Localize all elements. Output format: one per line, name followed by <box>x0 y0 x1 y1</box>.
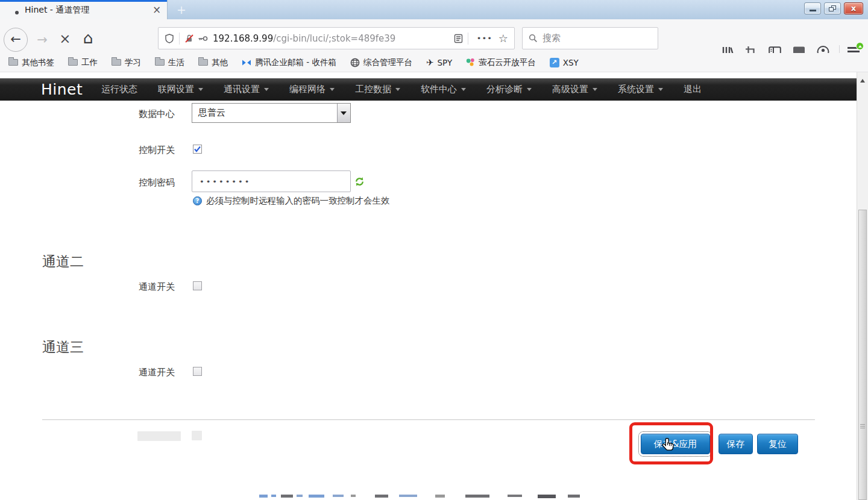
nav-advanced-settings[interactable]: 高级设置 <box>552 84 597 95</box>
channel2-switch-checkbox[interactable] <box>193 281 202 290</box>
bookmark-life[interactable]: 生活 <box>155 57 184 68</box>
stop-button[interactable]: × <box>57 30 74 48</box>
nav-logout[interactable]: 退出 <box>684 84 702 95</box>
folder-icon <box>8 59 18 66</box>
scroll-up-icon[interactable] <box>860 77 865 83</box>
close-button[interactable]: x <box>844 2 863 14</box>
ghost-artifact <box>137 431 181 441</box>
scrollbar-thumb[interactable] <box>858 210 867 500</box>
url-bar[interactable]: 192.168.9.99/cgi-bin/luci/;stok=489fe39 … <box>158 27 515 49</box>
new-tab-button[interactable]: + <box>174 2 189 17</box>
nav-system-settings[interactable]: 系统设置 <box>618 84 663 95</box>
password-hint-text: 必须与控制时远程输入的密码一致控制才会生效 <box>206 195 390 207</box>
data-center-select[interactable]: 思普云 <box>192 103 351 123</box>
data-center-label: 数据中心 <box>139 108 175 120</box>
channel2-switch-label: 通道开关 <box>139 281 175 293</box>
window-titlebar: Hinet - 通道管理 × + x <box>0 0 868 19</box>
hand-cursor-icon <box>661 437 675 453</box>
bookmark-spy[interactable]: ✈ SPY <box>426 57 452 68</box>
control-password-label: 控制密码 <box>139 177 175 189</box>
bookmark-tencent-mail[interactable]: 腾讯企业邮箱 - 收件箱 <box>242 57 336 68</box>
url-host: 192.168.9.99 <box>213 33 273 44</box>
bookmark-study[interactable]: 学习 <box>112 57 141 68</box>
bookmarks-bar: 其他书签 工作 学习 生活 其他 腾讯企业邮箱 - 收件箱 综合管理平台 ✈ S… <box>0 53 868 72</box>
tencent-mail-icon <box>242 58 251 67</box>
active-tab-stripe <box>0 0 167 2</box>
form-divider <box>42 419 815 420</box>
urlbar-divider <box>179 33 180 45</box>
folder-icon <box>112 59 121 66</box>
close-icon: x <box>844 3 863 14</box>
bookmark-other[interactable]: 其他 <box>198 57 228 68</box>
search-input[interactable]: 搜索 <box>522 27 658 49</box>
page-scrollbar[interactable] <box>857 72 868 500</box>
nav-prog-network[interactable]: 编程网络 <box>289 84 335 95</box>
plane-icon: ✈ <box>426 57 434 68</box>
insecure-lock-icon[interactable] <box>184 34 194 43</box>
site-navbar: Hinet 运行状态 联网设置 通讯设置 编程网络 工控数据 软件中心 分析诊断… <box>0 78 857 101</box>
bookmark-ezviz[interactable]: 萤石云开放平台 <box>466 57 536 68</box>
minimize-icon <box>810 10 816 11</box>
chevron-down-icon <box>395 88 400 93</box>
chevron-down-icon <box>198 88 203 93</box>
channel3-switch-label: 通道开关 <box>139 367 175 378</box>
masked-password: •••••••• <box>200 177 251 186</box>
nav-analysis-diagnosis[interactable]: 分析诊断 <box>486 84 532 95</box>
scrollbar-grip-icon <box>860 424 865 430</box>
help-icon: ? <box>193 196 202 205</box>
url-path: /cgi-bin/luci/;stok=489fe39 <box>273 33 395 44</box>
nav-network-settings[interactable]: 联网设置 <box>158 84 203 95</box>
restore-button[interactable] <box>824 2 841 14</box>
channel3-switch-checkbox[interactable] <box>193 367 202 376</box>
section-title-channel-3: 通道三 <box>42 338 84 357</box>
page-actions-icon[interactable]: ••• <box>477 34 492 43</box>
browser-tab[interactable]: Hinet - 通道管理 × <box>0 0 168 19</box>
browser-toolbar: ← → × ⌂ 192.168.9.99/cgi-bin/luci/;stok=… <box>0 19 868 53</box>
chevron-down-icon <box>593 88 597 93</box>
save-button[interactable]: 保存 <box>719 434 753 454</box>
bookmark-xsy[interactable]: ↗ XSY <box>550 58 579 67</box>
nav-comm-settings[interactable]: 通讯设置 <box>224 84 269 95</box>
update-badge-icon <box>856 42 864 50</box>
home-button[interactable]: ⌂ <box>79 28 97 48</box>
select-dropdown-icon[interactable] <box>337 104 350 122</box>
bookmark-star-icon[interactable]: ☆ <box>498 32 508 45</box>
minimize-button[interactable] <box>804 2 821 14</box>
chevron-down-icon <box>658 88 663 93</box>
nav-industrial-data[interactable]: 工控数据 <box>355 84 400 95</box>
bookmark-work[interactable]: 工作 <box>68 57 98 68</box>
globe-icon <box>350 58 360 67</box>
urlbar-divider <box>468 33 468 45</box>
control-switch-label: 控制开关 <box>139 145 175 156</box>
key-icon[interactable] <box>198 34 208 43</box>
control-switch-checkbox[interactable] <box>193 145 202 154</box>
tracking-protection-shield-icon[interactable] <box>165 34 174 43</box>
ezviz-icon <box>466 58 475 67</box>
bookmark-other-bookmarks[interactable]: 其他书签 <box>8 57 54 68</box>
chevron-down-icon <box>330 88 335 93</box>
tab-title: Hinet - 通道管理 <box>25 5 89 16</box>
folder-icon <box>155 59 165 66</box>
password-hint-row: ? 必须与控制时远程输入的密码一致控制才会生效 <box>193 195 390 207</box>
ghost-artifact <box>192 431 202 440</box>
arrow-tile-icon: ↗ <box>550 58 559 67</box>
bookmark-mgmt-platform[interactable]: 综合管理平台 <box>350 57 412 68</box>
control-password-field[interactable]: •••••••• <box>192 170 351 192</box>
folder-icon <box>68 59 78 66</box>
refresh-icon[interactable] <box>354 177 365 187</box>
chevron-down-icon <box>461 88 466 93</box>
data-center-value: 思普云 <box>192 107 337 119</box>
search-icon <box>529 34 538 43</box>
folder-icon <box>198 59 208 66</box>
reader-mode-icon[interactable] <box>454 34 463 43</box>
reset-button[interactable]: 复位 <box>757 434 798 454</box>
tab-favicon-icon <box>15 11 19 14</box>
back-button[interactable]: ← <box>4 28 28 52</box>
url-text[interactable]: 192.168.9.99/cgi-bin/luci/;stok=489fe39 <box>213 33 454 44</box>
tab-close-icon[interactable]: × <box>149 2 164 17</box>
nav-run-status[interactable]: 运行状态 <box>101 84 137 95</box>
nav-software-center[interactable]: 软件中心 <box>421 84 466 95</box>
forward-button[interactable]: → <box>34 31 51 48</box>
checkmark-icon <box>193 145 201 153</box>
chevron-down-icon <box>527 88 532 93</box>
